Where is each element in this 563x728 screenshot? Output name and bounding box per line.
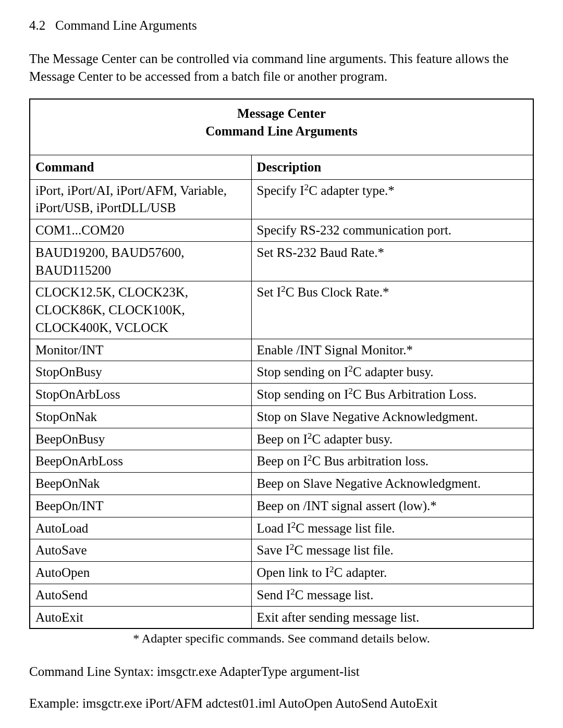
description-cell: Open link to I2C adapter. (251, 562, 533, 584)
table-row: AutoLoadLoad I2C message list file. (30, 517, 533, 539)
table-footnote: * Adapter specific commands. See command… (29, 630, 534, 647)
table-row: AutoExitExit after sending message list. (30, 606, 533, 628)
table-row: StopOnBusyStop sending on I2C adapter bu… (30, 361, 533, 384)
section-number: 4.2 (29, 18, 45, 32)
description-cell: Send I2C message list. (251, 584, 533, 606)
command-cell: CLOCK12.5K, CLOCK23K, CLOCK86K, CLOCK100… (30, 281, 251, 339)
table-row: iPort, iPort/AI, iPort/AFM, Variable, iP… (30, 179, 533, 219)
command-cell: BeepOnNak (30, 473, 251, 495)
table-header-command: Command (30, 155, 251, 179)
description-cell: Exit after sending message list. (251, 606, 533, 628)
table-row: Monitor/INTEnable /INT Signal Monitor.* (30, 339, 533, 361)
table-row: AutoOpenOpen link to I2C adapter. (30, 562, 533, 584)
section-title: Command Line Arguments (55, 18, 197, 32)
table-title-line1: Message Center (237, 106, 326, 120)
description-cell: Enable /INT Signal Monitor.* (251, 339, 533, 361)
command-cell: COM1...COM20 (30, 219, 251, 242)
description-cell: Specify RS-232 communication port. (251, 219, 533, 242)
command-cell: iPort, iPort/AI, iPort/AFM, Variable, iP… (30, 179, 251, 219)
command-cell: StopOnArbLoss (30, 384, 251, 406)
table-row: StopOnNakStop on Slave Negative Acknowle… (30, 405, 533, 428)
table-title-line2: Command Line Arguments (205, 124, 358, 138)
command-cell: AutoSave (30, 539, 251, 562)
table-row: StopOnArbLossStop sending on I2C Bus Arb… (30, 384, 533, 406)
section-heading: 4.2 Command Line Arguments (29, 17, 534, 34)
command-cell: Monitor/INT (30, 339, 251, 361)
table-row: AutoSendSend I2C message list. (30, 584, 533, 606)
description-cell: Specify I2C adapter type.* (251, 179, 533, 219)
description-cell: Beep on /INT signal assert (low).* (251, 495, 533, 517)
description-cell: Set I2C Bus Clock Rate.* (251, 281, 533, 339)
table-row: BeepOnBusyBeep on I2C adapter busy. (30, 428, 533, 450)
command-cell: StopOnNak (30, 405, 251, 428)
table-row: BeepOnNakBeep on Slave Negative Acknowle… (30, 473, 533, 495)
description-cell: Beep on I2C Bus arbitration loss. (251, 450, 533, 473)
description-cell: Beep on Slave Negative Acknowledgment. (251, 473, 533, 495)
example-line: Example: imsgctr.exe iPort/AFM adctest01… (29, 695, 534, 712)
table-row: BAUD19200, BAUD57600, BAUD115200Set RS-2… (30, 241, 533, 281)
command-cell: AutoExit (30, 606, 251, 628)
intro-paragraph: The Message Center can be controlled via… (29, 50, 534, 85)
syntax-line: Command Line Syntax: imsgctr.exe Adapter… (29, 663, 534, 681)
table-row: BeepOnArbLossBeep on I2C Bus arbitration… (30, 450, 533, 473)
command-arguments-table: Message Center Command Line Arguments Co… (29, 98, 534, 629)
description-cell: Stop sending on I2C Bus Arbitration Loss… (251, 384, 533, 406)
command-cell: AutoLoad (30, 517, 251, 539)
command-cell: BeepOnArbLoss (30, 450, 251, 473)
table-header-description: Description (251, 155, 533, 179)
table-row: COM1...COM20Specify RS-232 communication… (30, 219, 533, 242)
description-cell: Set RS-232 Baud Rate.* (251, 241, 533, 281)
table-row: AutoSaveSave I2C message list file. (30, 539, 533, 562)
description-cell: Stop sending on I2C adapter busy. (251, 361, 533, 384)
description-cell: Save I2C message list file. (251, 539, 533, 562)
command-cell: StopOnBusy (30, 361, 251, 384)
table-row: BeepOn/INTBeep on /INT signal assert (lo… (30, 495, 533, 517)
command-cell: BeepOn/INT (30, 495, 251, 517)
description-cell: Stop on Slave Negative Acknowledgment. (251, 405, 533, 428)
command-cell: BAUD19200, BAUD57600, BAUD115200 (30, 241, 251, 281)
description-cell: Load I2C message list file. (251, 517, 533, 539)
command-cell: AutoOpen (30, 562, 251, 584)
command-cell: BeepOnBusy (30, 428, 251, 450)
command-cell: AutoSend (30, 584, 251, 606)
table-row: CLOCK12.5K, CLOCK23K, CLOCK86K, CLOCK100… (30, 281, 533, 339)
table-header-row: Command Description (30, 155, 533, 179)
description-cell: Beep on I2C adapter busy. (251, 428, 533, 450)
table-title-cell: Message Center Command Line Arguments (30, 99, 533, 155)
